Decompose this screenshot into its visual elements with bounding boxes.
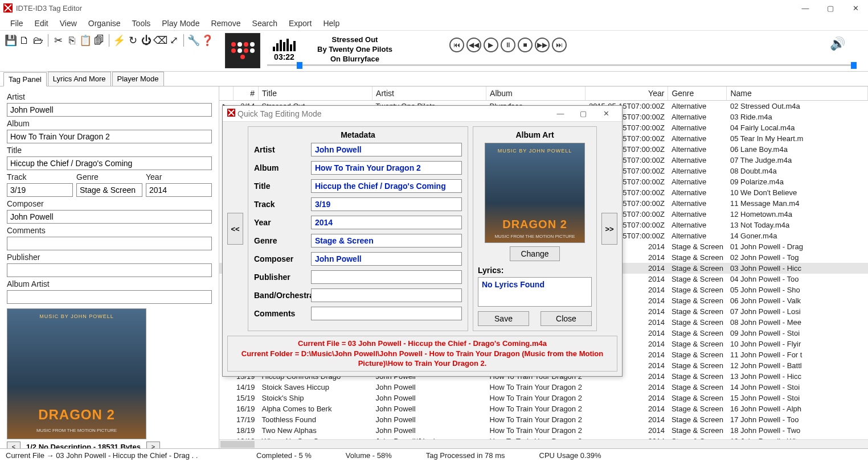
dialog-maximize-button[interactable]: ▢	[572, 109, 595, 118]
table-row[interactable]: 16/19Alpha Comes to BerkJohn PowellHow T…	[219, 403, 868, 414]
stop-button[interactable]: ■	[518, 38, 533, 52]
minimize-button[interactable]: —	[793, 0, 818, 16]
table-row[interactable]: 14/19Stoick Saves HiccupJohn PowellHow T…	[219, 382, 868, 393]
menu-help[interactable]: Help	[317, 16, 345, 30]
save-button[interactable]: Save	[478, 311, 529, 326]
album-artist-input[interactable]	[7, 290, 212, 304]
dlg-year-input[interactable]	[311, 216, 462, 229]
tab-player-mode[interactable]: Player Mode	[112, 72, 164, 86]
menu-edit[interactable]: Edit	[29, 16, 54, 30]
art-prev-button[interactable]: <	[7, 442, 21, 448]
lyrics-box[interactable]: No Lyrics Found	[478, 277, 592, 307]
dlg-track-input[interactable]	[311, 197, 462, 211]
col-title[interactable]: Title	[259, 86, 372, 101]
menu-export[interactable]: Export	[283, 16, 317, 30]
np-title: Stressed Out	[317, 35, 392, 45]
dlg-title-input[interactable]	[311, 179, 462, 193]
title-input[interactable]	[7, 156, 212, 170]
maximize-button[interactable]: ▢	[818, 0, 843, 16]
forward-button[interactable]: ▶▶	[535, 38, 550, 52]
dialog-prev-button[interactable]: <<	[227, 213, 243, 245]
menu-organise[interactable]: Organise	[83, 16, 126, 30]
app-logo-icon	[227, 109, 235, 118]
close-button[interactable]: ✕	[843, 0, 868, 16]
help-icon[interactable]: ❓	[201, 34, 214, 47]
now-playing-art	[225, 33, 260, 68]
save-icon[interactable]: 💾	[5, 34, 17, 47]
expand-icon[interactable]: ⤢	[167, 34, 180, 47]
copy-icon[interactable]: ⎘	[65, 34, 78, 47]
status-completed: Completed - 5 %	[256, 451, 312, 460]
dialog-close-button[interactable]: ✕	[595, 109, 617, 118]
table-row[interactable]: 18/19Two New AlphasJohn PowellHow To Tra…	[219, 425, 868, 436]
col-name[interactable]: Name	[727, 86, 868, 101]
artist-input[interactable]	[7, 103, 212, 117]
dlg-year-label: Year	[254, 218, 311, 227]
menu-tools[interactable]: Tools	[126, 16, 157, 30]
dlg-composer-input[interactable]	[311, 252, 462, 266]
dlg-publisher-input[interactable]	[311, 270, 462, 284]
dlg-band-input[interactable]	[311, 288, 462, 302]
clear-icon[interactable]: ⌫	[154, 34, 166, 47]
tab-tag-panel[interactable]: Tag Panel	[3, 72, 47, 86]
artist-label: Artist	[7, 92, 212, 101]
tab-lyrics-and-more[interactable]: Lyrics And More	[48, 72, 111, 86]
dlg-artist-label: Artist	[254, 145, 311, 154]
comments-input[interactable]	[7, 237, 212, 250]
dialog-minimize-button[interactable]: —	[549, 109, 572, 118]
publisher-label: Publisher	[7, 253, 212, 262]
play-button[interactable]: ▶	[484, 38, 498, 52]
settings-icon[interactable]: 🔧	[187, 34, 200, 47]
volume-icon[interactable]: 🔊	[830, 36, 845, 51]
table-row[interactable]: 15/19Stoick's ShipJohn PowellHow To Trai…	[219, 393, 868, 403]
year-input[interactable]	[146, 183, 212, 197]
menu-play-mode[interactable]: Play Mode	[156, 16, 205, 30]
col-genre[interactable]: Genre	[668, 86, 727, 101]
pause-button[interactable]: ⏸	[501, 38, 515, 52]
close-dialog-button[interactable]: Close	[541, 311, 592, 326]
status-volume: Volume - 58%	[346, 451, 392, 460]
art-next-button[interactable]: >	[146, 442, 160, 448]
dlg-title-label: Title	[254, 182, 311, 191]
dlg-genre-input[interactable]	[311, 234, 462, 248]
flash-icon[interactable]: ⚡	[113, 34, 125, 47]
progress-bar[interactable]	[267, 62, 857, 69]
menu-search[interactable]: Search	[247, 16, 283, 30]
refresh-icon[interactable]: ↻	[126, 34, 139, 47]
col-num[interactable]: #	[233, 86, 259, 101]
open-icon[interactable]: 🗁	[32, 34, 44, 47]
next-track-button[interactable]: ⏭	[552, 38, 567, 52]
play-time: 03:22	[274, 52, 294, 61]
col-artist[interactable]: Artist	[372, 86, 486, 101]
menu-view[interactable]: View	[54, 16, 83, 30]
dialog-next-button[interactable]: >>	[601, 213, 617, 245]
dlg-album-input[interactable]	[311, 161, 462, 175]
clipboard-icon[interactable]: 🗐	[93, 34, 105, 47]
power-icon[interactable]: ⏻	[140, 34, 153, 47]
publisher-input[interactable]	[7, 263, 212, 277]
album-label: Album	[7, 119, 212, 128]
status-cpu: CPU Usage 0.39%	[539, 451, 601, 460]
status-tag: Tag Processed in 78 ms	[426, 451, 505, 460]
menu-remove[interactable]: Remove	[205, 16, 246, 30]
horizontal-scrollbar[interactable]	[219, 439, 868, 448]
menu-file[interactable]: File	[5, 16, 29, 30]
album-input[interactable]	[7, 130, 212, 143]
new-icon[interactable]: 🗋	[18, 34, 31, 47]
cut-icon[interactable]: ✂	[52, 34, 64, 47]
col-year[interactable]: Year	[586, 86, 668, 101]
genre-input[interactable]	[76, 183, 142, 197]
window-title: IDTE-ID3 Tag Editor	[16, 4, 793, 13]
change-art-button[interactable]: Change	[510, 246, 559, 261]
dlg-artist-input[interactable]	[311, 143, 462, 156]
rewind-button[interactable]: ◀◀	[466, 38, 481, 52]
paste-icon[interactable]: 📋	[79, 34, 92, 47]
dlg-comments-label: Comments	[254, 309, 311, 318]
prev-track-button[interactable]: ⏮	[449, 38, 464, 52]
track-input[interactable]	[7, 183, 73, 197]
dlg-publisher-label: Publisher	[254, 273, 311, 282]
col-album[interactable]: Album	[486, 86, 586, 101]
dlg-comments-input[interactable]	[311, 307, 462, 320]
table-row[interactable]: 17/19Toothless FoundJohn PowellHow To Tr…	[219, 414, 868, 425]
composer-input[interactable]	[7, 210, 212, 224]
